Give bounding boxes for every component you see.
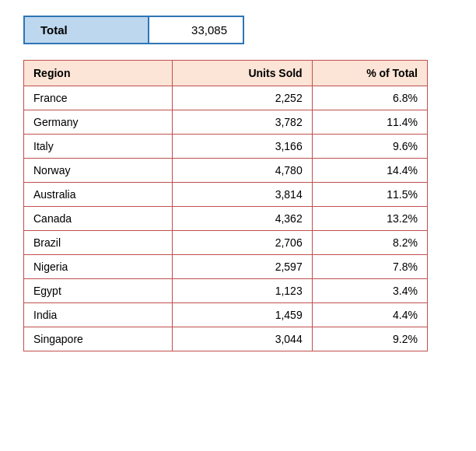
cell-pct-of-total: 4.4% bbox=[312, 303, 427, 327]
cell-region: Canada bbox=[24, 207, 173, 231]
header-region: Region bbox=[24, 61, 173, 86]
table-row: Brazil2,7068.2% bbox=[24, 231, 428, 255]
cell-region: India bbox=[24, 303, 173, 327]
cell-pct-of-total: 8.2% bbox=[312, 231, 427, 255]
cell-units-sold: 2,252 bbox=[172, 86, 312, 110]
cell-region: Germany bbox=[24, 110, 173, 135]
cell-region: Brazil bbox=[24, 231, 173, 255]
cell-pct-of-total: 9.2% bbox=[312, 327, 427, 351]
cell-units-sold: 1,123 bbox=[172, 279, 312, 303]
cell-pct-of-total: 9.6% bbox=[312, 135, 427, 159]
cell-units-sold: 3,044 bbox=[172, 327, 312, 351]
table-row: India1,4594.4% bbox=[24, 303, 428, 327]
cell-region: Singapore bbox=[24, 327, 173, 351]
cell-units-sold: 1,459 bbox=[172, 303, 312, 327]
cell-region: Australia bbox=[24, 183, 173, 207]
cell-units-sold: 2,706 bbox=[172, 231, 312, 255]
cell-units-sold: 2,597 bbox=[172, 255, 312, 279]
cell-units-sold: 4,362 bbox=[172, 207, 312, 231]
cell-pct-of-total: 6.8% bbox=[312, 86, 427, 110]
total-label: Total bbox=[25, 17, 149, 43]
cell-pct-of-total: 3.4% bbox=[312, 279, 427, 303]
cell-pct-of-total: 7.8% bbox=[312, 255, 427, 279]
table-row: Egypt1,1233.4% bbox=[24, 279, 428, 303]
cell-pct-of-total: 11.4% bbox=[312, 110, 427, 135]
header-pct-of-total: % of Total bbox=[312, 61, 427, 86]
table-header-row: Region Units Sold % of Total bbox=[24, 61, 428, 86]
cell-region: Norway bbox=[24, 159, 173, 183]
table-row: Norway4,78014.4% bbox=[24, 159, 428, 183]
table-row: Canada4,36213.2% bbox=[24, 207, 428, 231]
table-row: France2,2526.8% bbox=[24, 86, 428, 110]
cell-pct-of-total: 13.2% bbox=[312, 207, 427, 231]
cell-region: Egypt bbox=[24, 279, 173, 303]
data-table: Region Units Sold % of Total France2,252… bbox=[23, 60, 428, 351]
table-row: Germany3,78211.4% bbox=[24, 110, 428, 135]
table-row: Australia3,81411.5% bbox=[24, 183, 428, 207]
cell-units-sold: 4,780 bbox=[172, 159, 312, 183]
header-units-sold: Units Sold bbox=[172, 61, 312, 86]
total-value: 33,085 bbox=[149, 17, 243, 43]
cell-pct-of-total: 14.4% bbox=[312, 159, 427, 183]
cell-units-sold: 3,782 bbox=[172, 110, 312, 135]
cell-region: Italy bbox=[24, 135, 173, 159]
total-section: Total 33,085 bbox=[23, 16, 244, 44]
table-row: Italy3,1669.6% bbox=[24, 135, 428, 159]
cell-units-sold: 3,814 bbox=[172, 183, 312, 207]
table-row: Singapore3,0449.2% bbox=[24, 327, 428, 351]
table-row: Nigeria2,5977.8% bbox=[24, 255, 428, 279]
cell-region: Nigeria bbox=[24, 255, 173, 279]
cell-pct-of-total: 11.5% bbox=[312, 183, 427, 207]
cell-region: France bbox=[24, 86, 173, 110]
cell-units-sold: 3,166 bbox=[172, 135, 312, 159]
